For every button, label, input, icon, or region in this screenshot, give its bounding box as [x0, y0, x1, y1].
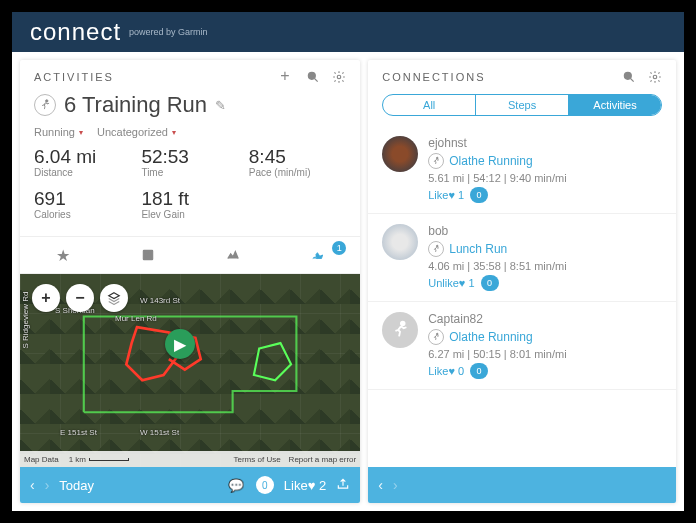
comment-count: 0: [256, 476, 274, 494]
activities-panel-head: ACTIVITIES +: [20, 60, 360, 90]
connections-panel: CONNECTIONS All Steps Activities ejohnst…: [368, 60, 676, 503]
activity-category-dropdown[interactable]: Uncategorized: [97, 126, 176, 138]
map-layers-button[interactable]: [100, 284, 128, 312]
avatar[interactable]: [382, 136, 418, 172]
comment-count-bubble[interactable]: 0: [470, 187, 488, 203]
stat-calories-label: Calories: [34, 209, 131, 220]
svg-point-9: [437, 245, 439, 247]
gear-icon[interactable]: [332, 70, 346, 84]
map-zoom-out-button[interactable]: −: [66, 284, 94, 312]
search-icon[interactable]: [622, 70, 636, 84]
activities-bottom-bar: ‹ › Today 💬0 Like♥ 2: [20, 467, 360, 503]
connection-activity-name[interactable]: Olathe Running: [449, 330, 532, 344]
map-street-label: W 151st St: [140, 428, 179, 437]
next-page-button[interactable]: ›: [393, 477, 398, 493]
activity-name: 6 Training Run: [64, 92, 207, 118]
comment-count-bubble[interactable]: 0: [470, 363, 488, 379]
map-street-label: Mur Len Rd: [115, 314, 157, 323]
stat-distance-label: Distance: [34, 167, 131, 178]
connection-item: Captain82 Olathe Running 6.27 mi | 50:15…: [368, 302, 676, 390]
tab-chart[interactable]: [190, 237, 275, 273]
connections-list[interactable]: ejohnst Olathe Running 5.61 mi | 54:12 |…: [368, 126, 676, 467]
tab-edit[interactable]: [105, 237, 190, 273]
map-street-label: W 143rd St: [140, 296, 180, 305]
date-label: Today: [59, 478, 94, 493]
stat-distance-value: 6.04 mi: [34, 146, 131, 168]
stat-pace-label: Pace (min/mi): [249, 167, 346, 178]
connection-username[interactable]: Captain82: [428, 312, 662, 326]
activity-title-row: 6 Training Run ✎: [20, 90, 360, 126]
unlike-button[interactable]: Unlike♥ 1: [428, 277, 474, 289]
connections-panel-title: CONNECTIONS: [382, 71, 622, 83]
running-icon: [428, 329, 444, 345]
map-scale-label: 1 km: [69, 455, 86, 464]
connection-username[interactable]: ejohnst: [428, 136, 662, 150]
svg-line-1: [315, 79, 318, 82]
connections-bottom-bar: ‹ ›: [368, 467, 676, 503]
activities-panel: ACTIVITIES + 6 Training Run ✎ Running Un…: [20, 60, 360, 503]
edit-title-icon[interactable]: ✎: [215, 98, 226, 113]
prev-activity-button[interactable]: ‹: [30, 477, 35, 493]
stat-elev-label: Elev Gain: [141, 209, 238, 220]
activity-type-dropdown[interactable]: Running: [34, 126, 83, 138]
map-terms-link[interactable]: Terms of Use: [233, 455, 280, 464]
connection-activity-name[interactable]: Lunch Run: [449, 242, 507, 256]
share-icon[interactable]: [336, 477, 350, 494]
stat-calories-value: 691: [34, 188, 131, 210]
like-button[interactable]: Like♥ 1: [428, 189, 464, 201]
connections-filter-tabs: All Steps Activities: [382, 94, 662, 116]
like-button[interactable]: Like♥ 0: [428, 365, 464, 377]
svg-point-2: [337, 75, 341, 79]
seg-activities[interactable]: Activities: [569, 95, 661, 115]
svg-point-3: [46, 100, 48, 102]
seg-steps[interactable]: Steps: [476, 95, 569, 115]
map-street-label: S Ridgeview Rd: [21, 292, 30, 349]
connection-username[interactable]: bob: [428, 224, 662, 238]
tab-gear[interactable]: 1: [275, 237, 360, 273]
map-zoom-in-button[interactable]: +: [32, 284, 60, 312]
add-icon[interactable]: +: [280, 70, 294, 84]
running-icon: [34, 94, 56, 116]
tab-favorite[interactable]: ★: [20, 237, 105, 273]
tab-gear-badge: 1: [332, 241, 346, 255]
svg-line-6: [631, 79, 634, 82]
activity-stats: 6.04 miDistance 52:53Time 8:45Pace (min/…: [20, 146, 360, 236]
map-data-label[interactable]: Map Data: [24, 455, 59, 464]
connection-item: ejohnst Olathe Running 5.61 mi | 54:12 |…: [368, 126, 676, 214]
activity-tabs: ★ 1: [20, 236, 360, 274]
stat-pace-value: 8:45: [249, 146, 346, 168]
svg-point-0: [309, 72, 316, 79]
svg-point-8: [437, 157, 439, 159]
map-scale-bar: [89, 458, 129, 461]
map-play-button[interactable]: ▶: [165, 329, 195, 359]
next-activity-button[interactable]: ›: [45, 477, 50, 493]
connection-stats: 5.61 mi | 54:12 | 9:40 min/mi: [428, 172, 662, 184]
map-report-link[interactable]: Report a map error: [289, 455, 357, 464]
map-footer: Map Data 1 km Terms of Use Report a map …: [20, 451, 360, 467]
brand-logo: connect: [30, 18, 121, 46]
prev-page-button[interactable]: ‹: [378, 477, 383, 493]
connection-item: bob Lunch Run 4.06 mi | 35:58 | 8:51 min…: [368, 214, 676, 302]
activity-tags: Running Uncategorized: [20, 126, 360, 146]
connection-stats: 4.06 mi | 35:58 | 8:51 min/mi: [428, 260, 662, 272]
comment-count-bubble[interactable]: 0: [481, 275, 499, 291]
svg-point-7: [653, 75, 657, 79]
connection-stats: 6.27 mi | 50:15 | 8:01 min/mi: [428, 348, 662, 360]
map-street-label: E 151st St: [60, 428, 97, 437]
activities-panel-title: ACTIVITIES: [34, 71, 280, 83]
stat-time-value: 52:53: [141, 146, 238, 168]
avatar[interactable]: [382, 312, 418, 348]
connection-activity-name[interactable]: Olathe Running: [449, 154, 532, 168]
activity-map[interactable]: S Sheridan W 143rd St Mur Len Rd S Ridge…: [20, 274, 360, 467]
app-body: ACTIVITIES + 6 Training Run ✎ Running Un…: [12, 52, 684, 511]
seg-all[interactable]: All: [383, 95, 476, 115]
search-icon[interactable]: [306, 70, 320, 84]
app-header: connect powered by Garmin: [12, 12, 684, 52]
brand-subtitle: powered by Garmin: [129, 27, 208, 37]
comment-icon[interactable]: 💬: [228, 478, 244, 493]
gear-icon[interactable]: [648, 70, 662, 84]
svg-point-5: [624, 72, 631, 79]
like-button[interactable]: Like♥ 2: [284, 478, 326, 493]
avatar[interactable]: [382, 224, 418, 260]
app-inner: connect powered by Garmin ACTIVITIES + 6…: [12, 12, 684, 511]
